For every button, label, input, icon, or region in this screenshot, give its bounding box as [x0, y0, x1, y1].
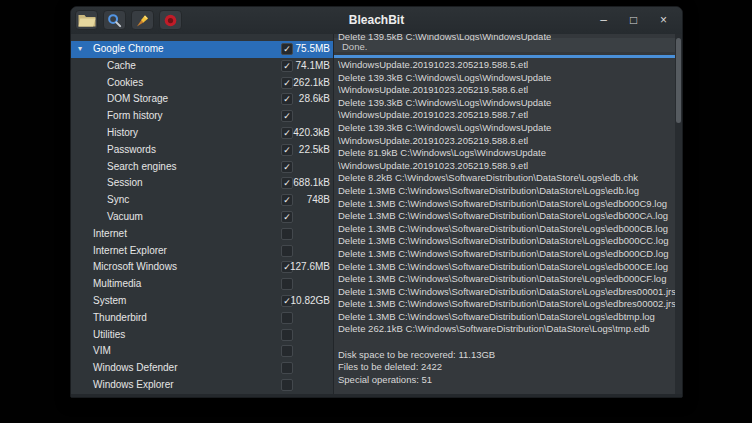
log-line: \WindowsUpdate.20191023.205219.588.6.etl: [338, 84, 675, 97]
log-line: Disk space to be recovered: 11.13GB: [338, 349, 675, 362]
tree-row-vacuum[interactable]: Vacuum✓: [71, 209, 333, 226]
tree-item-label: DOM Storage: [107, 91, 168, 108]
tree-item-label: Windows Explorer: [93, 377, 174, 394]
preview-button[interactable]: [103, 10, 126, 30]
log-line: \WindowsUpdate.20191023.205219.588.7.etl: [338, 109, 675, 122]
size-value: 127.6MB: [258, 259, 330, 276]
checkbox[interactable]: ✓: [281, 211, 293, 223]
tree-row-google-chrome[interactable]: ▾Google Chrome✓75.5MB: [71, 41, 333, 58]
tree-item-label: History: [107, 125, 138, 142]
log-line: Delete 1.3MB C:\Windows\SoftwareDistribu…: [338, 198, 675, 211]
tree-item-label: Session: [107, 175, 143, 192]
tree-row-history[interactable]: History✓420.3kB: [71, 125, 333, 142]
checkbox[interactable]: [281, 362, 293, 374]
checkbox[interactable]: ✓: [281, 110, 293, 122]
log-lines: \WindowsUpdate.20191023.205219.588.5.etl…: [334, 59, 675, 386]
tree-row-dom-storage[interactable]: DOM Storage✓28.6kB: [71, 91, 333, 108]
log-line: Delete 8.2kB C:\Windows\SoftwareDistribu…: [338, 172, 675, 185]
log-line: Delete 1.3MB C:\Windows\SoftwareDistribu…: [338, 286, 675, 299]
tree-item-label: Microsoft Windows: [93, 259, 177, 276]
checkbox[interactable]: ✓: [281, 161, 293, 173]
log-clipped-line: Delete 139.5kB C:\Windows\Logs\WindowsUp…: [338, 34, 551, 41]
log-line: Delete 81.9kB C:\Windows\Logs\WindowsUpd…: [338, 147, 675, 160]
tree-row-internet-explorer[interactable]: Internet Explorer: [71, 243, 333, 260]
main-area: ▾Google Chrome✓75.5MBCache✓74.1MBCookies…: [71, 34, 682, 394]
tree-item-label: Vacuum: [107, 209, 143, 226]
size-value: 22.5kB: [258, 142, 330, 159]
tree-row-utilities[interactable]: Utilities: [71, 327, 333, 344]
progress-status: Done.: [342, 41, 367, 52]
tree-item-label: Form history: [107, 108, 163, 125]
size-value: 688.1kB: [258, 175, 330, 192]
log-line: Special operations: 51: [338, 374, 675, 387]
tree-row-thunderbird[interactable]: Thunderbird: [71, 310, 333, 327]
headerbar: BleachBit – □ ×: [71, 7, 682, 35]
tree-row-microsoft-windows[interactable]: Microsoft Windows✓127.6MB: [71, 259, 333, 276]
log-line: Delete 1.3MB C:\Windows\SoftwareDistribu…: [338, 298, 675, 311]
tree-item-label: Search engines: [107, 159, 177, 176]
tree-row-form-history[interactable]: Form history✓: [71, 108, 333, 125]
checkbox[interactable]: [281, 379, 293, 391]
log-line: Delete 139.3kB C:\Windows\Logs\WindowsUp…: [338, 122, 675, 135]
checkbox[interactable]: [281, 345, 293, 357]
open-button[interactable]: [75, 10, 98, 30]
abort-button[interactable]: [159, 10, 182, 30]
size-value: 28.6kB: [258, 91, 330, 108]
tree-item-label: Google Chrome: [93, 41, 164, 58]
tree-item-label: Internet Explorer: [93, 243, 167, 260]
checkbox[interactable]: [281, 278, 293, 290]
maximize-button[interactable]: □: [627, 7, 640, 34]
tree-row-cookies[interactable]: Cookies✓262.1kB: [71, 75, 333, 92]
checkbox[interactable]: [281, 245, 293, 257]
close-button[interactable]: ×: [657, 7, 670, 34]
log-line: Delete 1.3MB C:\Windows\SoftwareDistribu…: [338, 311, 675, 324]
tree-row-windows-defender[interactable]: Windows Defender: [71, 360, 333, 377]
tree-item-label: Windows Defender: [93, 360, 177, 377]
log-line: Delete 1.3MB C:\Windows\SoftwareDistribu…: [338, 273, 675, 286]
vertical-scrollbar[interactable]: [675, 34, 682, 394]
scrollbar-thumb[interactable]: [676, 38, 681, 123]
size-value: 10.82GB: [258, 293, 330, 310]
tree-row-search-engines[interactable]: Search engines✓: [71, 159, 333, 176]
clean-button[interactable]: [131, 10, 154, 30]
log-line: \WindowsUpdate.20191023.205219.588.8.etl: [338, 135, 675, 148]
size-value: 420.3kB: [258, 125, 330, 142]
tree-row-multimedia[interactable]: Multimedia: [71, 276, 333, 293]
tree-item-label: VIM: [93, 343, 111, 360]
expander-icon[interactable]: ▾: [78, 41, 82, 58]
tree-row-passwords[interactable]: Passwords✓22.5kB: [71, 142, 333, 159]
log-line: Delete 1.3MB C:\Windows\SoftwareDistribu…: [338, 248, 675, 261]
size-value: 75.5MB: [258, 41, 330, 58]
tree-item-label: Sync: [107, 192, 129, 209]
tree-row-sync[interactable]: Sync✓748B: [71, 192, 333, 209]
magnifier-icon: [107, 13, 122, 28]
tree-row-cache[interactable]: Cache✓74.1MB: [71, 58, 333, 75]
checkbox[interactable]: [281, 329, 293, 341]
checkbox[interactable]: [281, 228, 293, 240]
log-line: Delete 1.3MB C:\Windows\SoftwareDistribu…: [338, 235, 675, 248]
log-line: Delete 1.3MB C:\Windows\SoftwareDistribu…: [338, 261, 675, 274]
tree-row-windows-explorer[interactable]: Windows Explorer: [71, 377, 333, 394]
log-line: [338, 336, 675, 349]
abort-icon: [163, 13, 178, 28]
tree-row-system[interactable]: System✓10.82GB: [71, 293, 333, 310]
tree-row-vim[interactable]: VIM: [71, 343, 333, 360]
minimize-button[interactable]: –: [597, 7, 610, 34]
results-log[interactable]: Delete 139.5kB C:\Windows\Logs\WindowsUp…: [334, 34, 675, 394]
tree-item-label: Cookies: [107, 75, 143, 92]
cleaner-tree: ▾Google Chrome✓75.5MBCache✓74.1MBCookies…: [71, 34, 334, 394]
tree-row-internet[interactable]: Internet: [71, 226, 333, 243]
log-line: \WindowsUpdate.20191023.205219.588.5.etl: [338, 59, 675, 72]
brush-icon: [135, 13, 150, 28]
toolbar: [75, 10, 182, 30]
tree-item-label: Thunderbird: [93, 310, 147, 327]
tree-item-label: Passwords: [107, 142, 156, 159]
tree-item-label: System: [93, 293, 126, 310]
log-line: Delete 262.1kB C:\Windows\SoftwareDistri…: [338, 323, 675, 336]
window-bottom-edge: [71, 394, 682, 397]
size-value: 74.1MB: [258, 58, 330, 75]
tree-item-label: Multimedia: [93, 276, 141, 293]
log-line: \WindowsUpdate.20191023.205219.588.9.etl: [338, 160, 675, 173]
tree-row-session[interactable]: Session✓688.1kB: [71, 175, 333, 192]
checkbox[interactable]: [281, 312, 293, 324]
